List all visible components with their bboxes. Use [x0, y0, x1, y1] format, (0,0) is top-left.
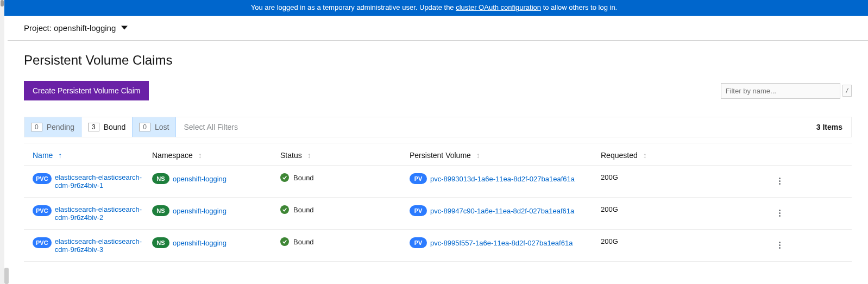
cell-status: Bound — [280, 173, 410, 182]
check-circle-icon — [280, 205, 289, 214]
namespace-link[interactable]: openshift-logging — [173, 239, 227, 247]
column-header-pv[interactable]: Persistent Volume ↕ — [410, 151, 601, 160]
column-header-status[interactable]: Status ↕ — [280, 151, 410, 160]
pv-link[interactable]: pvc-8995f557-1a6e-11ea-8d2f-027ba1eaf61a — [430, 239, 573, 247]
column-header-pv-label: Persistent Volume — [410, 151, 471, 160]
filter-bound-label: Bound — [104, 123, 125, 131]
banner-link-oauth[interactable]: cluster OAuth configuration — [456, 3, 541, 11]
column-header-requested-label: Requested — [601, 151, 638, 160]
column-header-requested[interactable]: Requested ↕ — [601, 151, 775, 160]
cell-actions — [775, 173, 852, 189]
column-header-namespace[interactable]: Namespace ↕ — [152, 151, 280, 160]
pv-link[interactable]: pvc-8993013d-1a6e-11ea-8d2f-027ba1eaf61a — [430, 175, 575, 183]
ns-badge: NS — [152, 237, 169, 248]
sort-asc-icon: ↑ — [58, 151, 62, 160]
banner-text-prefix: You are logged in as a temporary adminis… — [251, 3, 456, 11]
filter-pending-count: 0 — [31, 123, 42, 131]
pv-badge: PV — [410, 173, 427, 184]
page-title: Persistent Volume Claims — [24, 53, 852, 68]
kebab-menu-button[interactable] — [777, 239, 819, 251]
pv-badge: PV — [410, 205, 427, 216]
cell-requested: 200G — [601, 237, 775, 245]
check-circle-icon — [280, 237, 289, 246]
table-header: Name ↑ Namespace ↕ Status ↕ Persistent V… — [24, 143, 852, 165]
cell-pv: PVpvc-89947c90-1a6e-11ea-8d2f-027ba1eaf6… — [410, 205, 601, 216]
column-header-namespace-label: Namespace — [152, 151, 193, 160]
filter-bound[interactable]: 3 Bound — [81, 117, 133, 137]
filter-bound-count: 3 — [88, 123, 99, 131]
pvc-link[interactable]: elasticsearch-elasticsearch-cdm-9r6z4biv… — [55, 237, 147, 254]
column-header-status-label: Status — [280, 151, 302, 160]
cell-name: PVCelasticsearch-elasticsearch-cdm-9r6z4… — [24, 237, 152, 254]
namespace-link[interactable]: openshift-logging — [173, 207, 227, 215]
pvc-link[interactable]: elasticsearch-elasticsearch-cdm-9r6z4biv… — [55, 173, 147, 190]
banner-text-suffix: to allow others to log in. — [543, 3, 618, 11]
ns-badge: NS — [152, 205, 169, 216]
column-header-name-label: Name — [33, 151, 53, 160]
pvc-badge: PVC — [33, 173, 52, 184]
cell-actions — [775, 237, 852, 253]
status-text: Bound — [293, 206, 314, 214]
pvc-link[interactable]: elasticsearch-elasticsearch-cdm-9r6z4biv… — [55, 205, 147, 222]
status-filter-bar: 0 Pending 3 Bound 0 Lost Select All Filt… — [24, 117, 852, 137]
filter-pending-label: Pending — [47, 123, 74, 131]
cell-requested: 200G — [601, 173, 775, 181]
cell-name: PVCelasticsearch-elasticsearch-cdm-9r6z4… — [24, 173, 152, 190]
table-row: PVCelasticsearch-elasticsearch-cdm-9r6z4… — [24, 165, 852, 197]
cell-status: Bound — [280, 237, 410, 246]
sort-icon: ↕ — [643, 151, 647, 160]
create-pvc-button[interactable]: Create Persistent Volume Claim — [24, 81, 149, 100]
project-selector-label: Project: openshift-logging — [24, 23, 116, 33]
filter-lost-label: Lost — [155, 123, 169, 131]
cell-name: PVCelasticsearch-elasticsearch-cdm-9r6z4… — [24, 205, 152, 222]
project-selector[interactable]: Project: openshift-logging — [8, 16, 868, 41]
table-row: PVCelasticsearch-elasticsearch-cdm-9r6z4… — [24, 197, 852, 229]
vertical-scrollbar[interactable] — [0, 0, 4, 262]
filter-lost[interactable]: 0 Lost — [133, 117, 176, 137]
table-row: PVCelasticsearch-elasticsearch-cdm-9r6z4… — [24, 229, 852, 262]
cell-requested: 200G — [601, 205, 775, 213]
items-count: 3 Items — [808, 117, 851, 137]
cell-pv: PVpvc-8995f557-1a6e-11ea-8d2f-027ba1eaf6… — [410, 237, 601, 248]
filter-shortcut-key: / — [842, 85, 852, 97]
cell-namespace: NSopenshift-logging — [152, 173, 280, 184]
kebab-menu-button[interactable] — [777, 207, 819, 219]
admin-banner: You are logged in as a temporary adminis… — [0, 0, 868, 16]
pv-badge: PV — [410, 237, 427, 248]
sort-icon: ↕ — [476, 151, 480, 160]
filter-lost-count: 0 — [139, 123, 150, 131]
kebab-menu-button[interactable] — [777, 175, 819, 187]
cell-namespace: NSopenshift-logging — [152, 205, 280, 216]
namespace-link[interactable]: openshift-logging — [173, 175, 227, 183]
cell-status: Bound — [280, 205, 410, 214]
pvc-badge: PVC — [33, 237, 52, 248]
select-all-filters[interactable]: Select All Filters — [176, 117, 246, 137]
filter-pending[interactable]: 0 Pending — [24, 117, 81, 137]
caret-down-icon — [121, 24, 128, 33]
status-text: Bound — [293, 238, 314, 246]
sort-icon: ↕ — [307, 151, 311, 160]
pvc-table: Name ↑ Namespace ↕ Status ↕ Persistent V… — [24, 143, 852, 262]
filter-by-name-input[interactable] — [721, 83, 840, 99]
cell-namespace: NSopenshift-logging — [152, 237, 280, 248]
pv-link[interactable]: pvc-89947c90-1a6e-11ea-8d2f-027ba1eaf61a — [430, 207, 574, 215]
cell-actions — [775, 205, 852, 221]
pvc-badge: PVC — [33, 205, 52, 216]
ns-badge: NS — [152, 173, 169, 184]
column-header-name[interactable]: Name ↑ — [24, 151, 152, 160]
cell-pv: PVpvc-8993013d-1a6e-11ea-8d2f-027ba1eaf6… — [410, 173, 601, 184]
check-circle-icon — [280, 173, 289, 182]
status-text: Bound — [293, 174, 314, 182]
sort-icon: ↕ — [198, 151, 202, 160]
